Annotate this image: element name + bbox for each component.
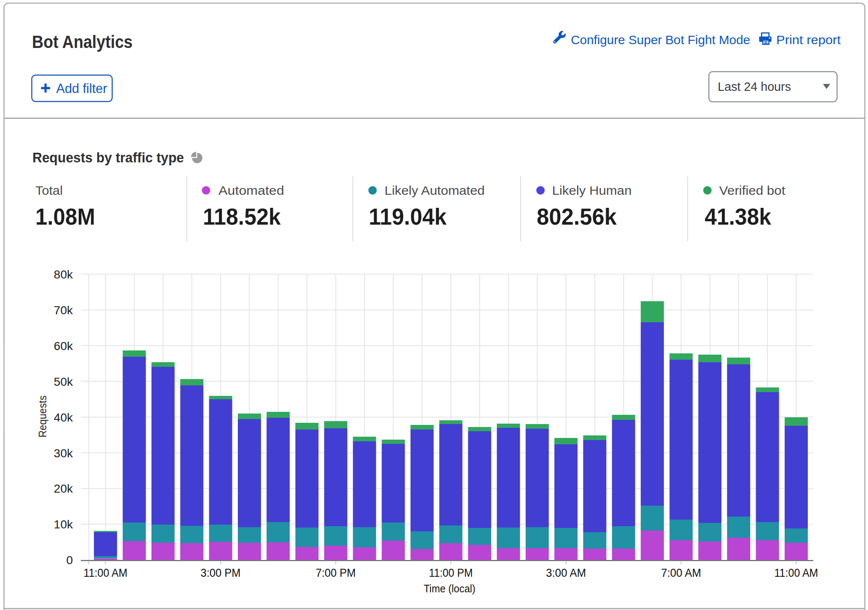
svg-text:Requests by traffic type: Requests by traffic type [32, 149, 184, 165]
svg-text:1.08M: 1.08M [35, 203, 95, 230]
svg-text:Verified bot: Verified bot [719, 183, 786, 197]
svg-text:11:00 PM: 11:00 PM [429, 566, 473, 579]
svg-text:30k: 30k [54, 447, 73, 460]
svg-text:119.04k: 119.04k [369, 203, 447, 230]
svg-text:7:00 AM: 7:00 AM [661, 566, 701, 579]
svg-text:60k: 60k [54, 339, 73, 353]
svg-text:40k: 40k [54, 411, 73, 424]
svg-text:Automated: Automated [218, 183, 284, 197]
svg-text:0: 0 [66, 554, 73, 567]
svg-text:Likely Automated: Likely Automated [385, 183, 485, 197]
svg-text:70k: 70k [54, 304, 73, 317]
svg-text:3:00 AM: 3:00 AM [546, 566, 586, 579]
svg-text:20k: 20k [54, 482, 73, 495]
svg-text:118.52k: 118.52k [203, 203, 281, 230]
svg-text:802.56k: 802.56k [537, 203, 617, 230]
svg-text:Configure Super Bot Fight Mode: Configure Super Bot Fight Mode [571, 33, 750, 47]
svg-text:Add filter: Add filter [56, 81, 107, 96]
svg-text:Print report: Print report [776, 33, 841, 47]
svg-text:41.38k: 41.38k [705, 203, 772, 230]
svg-text:80k: 80k [54, 268, 73, 281]
svg-text:50k: 50k [54, 375, 73, 388]
svg-text:Requests: Requests [36, 395, 49, 438]
svg-text:11:00 AM: 11:00 AM [84, 566, 128, 579]
svg-text:7:00 PM: 7:00 PM [316, 566, 356, 579]
svg-text:Likely Human: Likely Human [552, 183, 632, 197]
svg-text:Last 24 hours: Last 24 hours [718, 80, 791, 93]
svg-text:Total: Total [35, 183, 63, 197]
svg-text:Bot Analytics: Bot Analytics [32, 32, 133, 52]
svg-text:3:00 PM: 3:00 PM [201, 566, 241, 579]
svg-text:11:00 AM: 11:00 AM [775, 566, 818, 579]
svg-text:10k: 10k [54, 518, 73, 531]
svg-text:Time (local): Time (local) [424, 582, 476, 595]
